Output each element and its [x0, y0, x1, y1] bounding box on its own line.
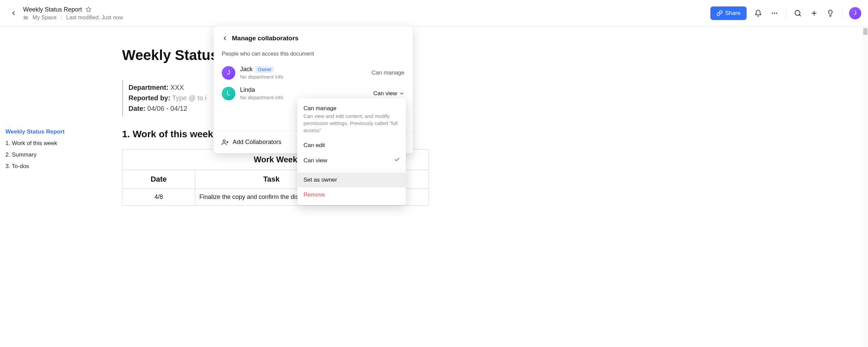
add-button[interactable] [809, 8, 819, 18]
collab-title: Manage collaborators [232, 35, 298, 42]
scroll-thumb[interactable] [863, 28, 867, 35]
scrollbar[interactable] [863, 27, 868, 347]
owner-badge: Owner [255, 66, 274, 73]
space-name[interactable]: My Space [33, 15, 57, 21]
perm-option-can-edit[interactable]: Can edit [297, 138, 406, 153]
last-modified-text: Last modified: Just now [66, 15, 123, 21]
table-of-contents: Weekly Status Report 1. Work of this wee… [5, 128, 85, 170]
bell-icon [754, 9, 762, 17]
svg-point-3 [776, 13, 777, 14]
check-icon [394, 157, 400, 164]
title-block: Weekly Status Report My Space | Last mod… [20, 6, 123, 21]
collab-name-linda: Linda [240, 86, 255, 94]
table-header-date: Date [122, 170, 195, 189]
bell-button[interactable] [753, 8, 763, 18]
collab-avatar-linda: L [222, 87, 235, 100]
chevron-down-icon [399, 91, 405, 96]
cell-date[interactable]: 4/8 [122, 189, 195, 206]
svg-point-1 [772, 13, 773, 14]
collab-row-jack: J Jack Owner No department info Can mana… [214, 62, 413, 83]
sidebar: Weekly Status Report 1. Work of this wee… [0, 27, 85, 347]
share-button[interactable]: Share [710, 6, 747, 20]
collab-role-jack: Can manage [372, 69, 405, 76]
collab-dept-jack: No department info [240, 74, 372, 80]
collab-subtitle: People who can access this document [214, 47, 413, 62]
topbar: Weekly Status Report My Space | Last mod… [0, 0, 868, 27]
svg-line-5 [799, 15, 801, 16]
toc-item-work[interactable]: 1. Work of this week [5, 140, 85, 147]
perm-option-can-manage[interactable]: Can manage Can view and edit content, an… [297, 101, 406, 138]
user-avatar[interactable]: J [849, 7, 861, 19]
search-icon [794, 9, 802, 17]
add-person-icon [222, 139, 229, 146]
perm-option-set-owner[interactable]: Set as owner [297, 172, 406, 187]
perm-option-can-view[interactable]: Can view [297, 153, 406, 168]
vertical-divider [842, 8, 842, 19]
back-button[interactable] [7, 10, 20, 16]
star-icon [85, 6, 92, 13]
document-body: Weekly Status Report Department: XXX Rep… [85, 27, 868, 347]
tips-button[interactable] [826, 8, 835, 18]
more-button[interactable] [770, 8, 779, 18]
chevron-left-icon [11, 10, 17, 16]
svg-point-2 [774, 13, 775, 14]
pipe-divider: | [61, 15, 62, 21]
collab-back-button[interactable] [222, 35, 228, 41]
permission-dropdown: Can manage Can view and edit content, an… [297, 98, 406, 205]
share-button-label: Share [725, 10, 741, 17]
collab-header: Manage collaborators [214, 35, 413, 47]
toc-item-summary[interactable]: 2. Summary [5, 151, 85, 158]
perm-divider [297, 170, 406, 170]
main-area: Weekly Status Report 1. Work of this wee… [0, 27, 868, 347]
topbar-actions: Share J [710, 6, 861, 20]
search-button[interactable] [793, 8, 803, 18]
link-icon [716, 10, 723, 16]
favorite-button[interactable] [85, 6, 92, 13]
svg-point-8 [223, 140, 225, 142]
plus-icon [810, 9, 818, 17]
vertical-divider [786, 8, 786, 19]
lightbulb-icon [827, 9, 834, 17]
svg-marker-0 [86, 7, 91, 12]
collab-role-linda-dropdown[interactable]: Can view [373, 90, 405, 97]
add-collaborators-label: Add Collaborators [233, 139, 281, 146]
doc-title[interactable]: Weekly Status Report [23, 6, 82, 13]
perm-option-remove[interactable]: Remove [297, 187, 406, 202]
collab-avatar-jack: J [222, 66, 235, 80]
dots-horizontal-icon [771, 9, 778, 17]
toc-item-todos[interactable]: 3. To-dos [5, 163, 85, 170]
toc-title[interactable]: Weekly Status Report [5, 128, 85, 135]
folder-icon [23, 15, 28, 20]
chevron-left-icon [222, 35, 228, 41]
collab-name-jack: Jack [240, 66, 253, 73]
